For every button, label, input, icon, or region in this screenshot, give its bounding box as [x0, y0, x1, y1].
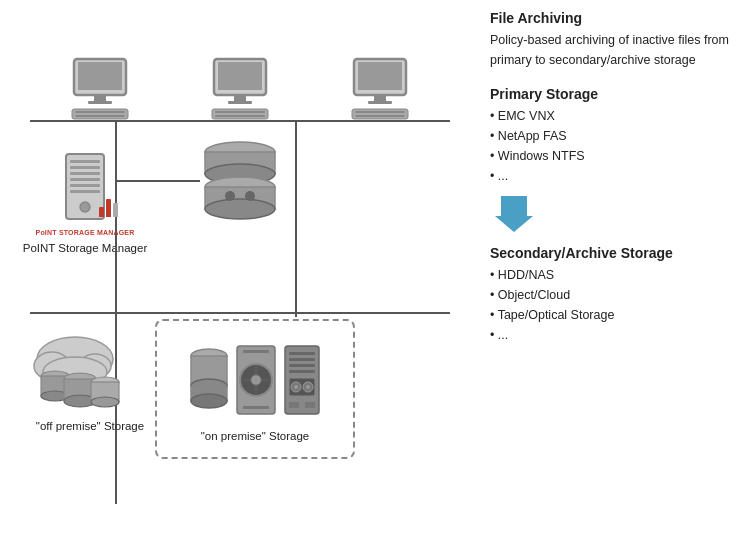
file-archiving-desc: Policy-based archiving of inactive files…: [490, 30, 730, 70]
svg-rect-65: [289, 364, 315, 367]
svg-rect-4: [72, 109, 128, 119]
point-manager: PoINT STORAGE MANAGER PoINT Storage Mana…: [15, 132, 155, 254]
point-manager-label: PoINT Storage Manager: [23, 242, 147, 254]
secondary-item-4: • ...: [490, 325, 730, 345]
computer-1: [70, 57, 130, 120]
monitor-svg-1: [70, 57, 130, 105]
off-premise-group: "off premise" Storage: [20, 324, 160, 432]
on-premise-label: "on premise" Storage: [201, 430, 310, 442]
svg-point-36: [245, 191, 255, 201]
primary-storage-section: Primary Storage • EMC VNX • NetApp FAS •…: [490, 86, 730, 186]
svg-rect-24: [70, 172, 100, 175]
info-panel: File Archiving Policy-based archiving of…: [490, 10, 730, 345]
svg-rect-13: [215, 115, 265, 117]
svg-rect-60: [243, 350, 269, 353]
secondary-storage-section: Secondary/Archive Storage • HDD/NAS • Ob…: [490, 245, 730, 345]
svg-rect-11: [212, 109, 268, 119]
svg-rect-2: [94, 95, 106, 101]
svg-rect-8: [218, 62, 262, 90]
svg-point-34: [205, 199, 275, 219]
v-line-right: [295, 122, 297, 317]
svg-rect-16: [374, 95, 386, 101]
server-icon-container: [58, 152, 113, 227]
diagram-area: PoINT STORAGE MANAGER PoINT Storage Mana…: [0, 0, 480, 534]
primary-storage-svg: [195, 132, 285, 242]
svg-rect-20: [355, 115, 405, 117]
svg-rect-6: [75, 115, 125, 117]
secondary-item-1: • HDD/NAS: [490, 265, 730, 285]
secondary-storage-title: Secondary/Archive Storage: [490, 245, 730, 261]
on-premise-storage-items: [181, 336, 329, 424]
svg-rect-66: [289, 370, 315, 373]
svg-rect-12: [215, 111, 265, 113]
svg-rect-64: [289, 358, 315, 361]
svg-rect-1: [78, 62, 122, 90]
svg-rect-17: [368, 101, 392, 104]
svg-point-69: [294, 385, 298, 389]
disc-drive-svg: [235, 344, 277, 416]
on-premise-box: "on premise" Storage: [155, 319, 355, 459]
svg-rect-25: [70, 178, 100, 181]
svg-rect-27: [70, 190, 100, 193]
tape-unit-svg: [283, 344, 321, 416]
keyboard-svg-3: [350, 108, 410, 120]
file-archiving-title: File Archiving: [490, 10, 730, 26]
svg-marker-74: [495, 196, 533, 232]
primary-item-2: • NetApp FAS: [490, 126, 730, 146]
svg-rect-10: [228, 101, 252, 104]
keyboard-svg-2: [210, 108, 270, 120]
svg-rect-3: [88, 101, 112, 104]
svg-rect-5: [75, 111, 125, 113]
svg-rect-26: [70, 184, 100, 187]
svg-rect-15: [358, 62, 402, 90]
svg-rect-72: [289, 402, 299, 408]
svg-rect-63: [289, 352, 315, 355]
bar-chart-icon: [99, 199, 118, 217]
secondary-item-2: • Object/Cloud: [490, 285, 730, 305]
primary-storage-title: Primary Storage: [490, 86, 730, 102]
primary-db-group: [195, 132, 285, 242]
monitor-svg-3: [350, 57, 410, 105]
off-premise-label: "off premise" Storage: [36, 420, 144, 432]
primary-item-3: • Windows NTFS: [490, 146, 730, 166]
svg-rect-9: [234, 95, 246, 101]
svg-rect-61: [243, 406, 269, 409]
svg-rect-73: [305, 402, 315, 408]
svg-point-54: [191, 394, 227, 408]
svg-rect-19: [355, 111, 405, 113]
primary-item-1: • EMC VNX: [490, 106, 730, 126]
keyboard-svg-1: [70, 108, 130, 120]
primary-storage-items: • EMC VNX • NetApp FAS • Windows NTFS • …: [490, 106, 730, 186]
file-archiving-section: File Archiving Policy-based archiving of…: [490, 10, 730, 70]
h-connector-mid: [115, 180, 200, 182]
svg-point-28: [80, 202, 90, 212]
svg-rect-23: [70, 166, 100, 169]
svg-point-71: [306, 385, 310, 389]
primary-item-4: • ...: [490, 166, 730, 186]
middle-section: PoINT STORAGE MANAGER PoINT Storage Mana…: [0, 122, 480, 312]
svg-rect-22: [70, 160, 100, 163]
on-premise-db-svg: [189, 346, 229, 416]
svg-point-49: [91, 397, 119, 407]
computer-3: [350, 57, 410, 120]
arrow-down-container: [495, 196, 730, 235]
computer-2: [210, 57, 270, 120]
bottom-section: "off premise" Storage: [0, 314, 480, 504]
off-premise-svg: [30, 324, 150, 414]
svg-rect-18: [352, 109, 408, 119]
arrow-down-icon: [495, 196, 533, 232]
secondary-storage-items: • HDD/NAS • Object/Cloud • Tape/Optical …: [490, 265, 730, 345]
point-logo-text: PoINT STORAGE MANAGER: [36, 229, 135, 236]
svg-point-35: [225, 191, 235, 201]
monitor-svg-2: [210, 57, 270, 105]
top-computers-row: [0, 0, 480, 120]
secondary-item-3: • Tape/Optical Storage: [490, 305, 730, 325]
v-line-left: [115, 122, 117, 317]
